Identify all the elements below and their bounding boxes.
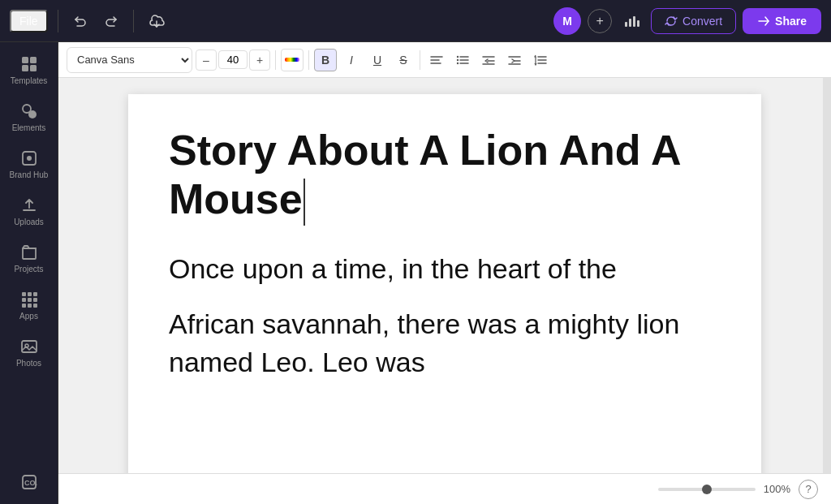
photos-label: Photos [16, 359, 41, 368]
sidebar-item-apps[interactable]: Apps [3, 284, 55, 328]
outdent-button[interactable] [477, 49, 500, 71]
bottom-bar: 100% ? [58, 473, 831, 504]
line-spacing-button[interactable] [529, 49, 552, 71]
zoom-level-label: 100% [764, 483, 790, 495]
add-collaborator-button[interactable]: + [588, 9, 612, 33]
cloud-icon [149, 14, 165, 28]
file-menu-button[interactable]: File [10, 10, 48, 32]
toolbar-divider-1 [275, 50, 276, 70]
share-icon [757, 15, 770, 28]
top-bar: File M + [0, 0, 831, 42]
redo-button[interactable] [99, 9, 123, 33]
convert-button[interactable]: Convert [651, 8, 736, 34]
outdent-icon [482, 54, 495, 67]
svg-rect-22 [22, 341, 37, 352]
svg-text:CO.: CO. [24, 479, 37, 487]
svg-rect-8 [30, 65, 37, 71]
templates-label: Templates [11, 76, 48, 86]
brand-hub-label: Brand Hub [10, 170, 49, 180]
svg-rect-1 [625, 22, 627, 27]
font-size-input[interactable] [218, 50, 248, 69]
svg-rect-15 [33, 292, 37, 296]
svg-point-10 [28, 110, 37, 118]
sidebar-item-templates[interactable]: Templates [3, 49, 55, 93]
align-left-icon [430, 54, 443, 67]
line-spacing-icon [534, 54, 547, 67]
projects-label: Projects [14, 265, 43, 274]
svg-rect-17 [28, 298, 32, 302]
bullet-list-button[interactable] [451, 49, 474, 71]
sidebar-item-photos[interactable]: Photos [3, 331, 55, 375]
italic-button[interactable]: I [340, 49, 363, 71]
main-layout: Templates Elements Brand Hub [0, 42, 831, 504]
undo-button[interactable] [68, 9, 93, 33]
sidebar-item-elements[interactable]: Elements [3, 96, 55, 140]
svg-rect-6 [30, 57, 37, 63]
cloud-sync-button[interactable] [144, 9, 170, 33]
svg-rect-21 [33, 304, 37, 308]
strikethrough-button[interactable]: S [392, 49, 415, 71]
uploads-label: Uploads [14, 218, 44, 227]
photos-icon [20, 338, 38, 355]
sidebar-item-projects[interactable]: Projects [3, 237, 55, 281]
svg-point-33 [457, 62, 459, 63]
svg-rect-7 [22, 65, 28, 71]
vertical-scrollbar[interactable] [823, 78, 831, 473]
align-left-button[interactable] [425, 49, 448, 71]
font-size-control: – + [196, 50, 270, 71]
svg-rect-13 [22, 292, 26, 296]
divider-1 [58, 10, 58, 32]
bullet-list-icon [456, 54, 469, 67]
user-avatar-button[interactable]: M [553, 7, 581, 35]
help-button[interactable]: ? [799, 480, 818, 499]
convert-icon [665, 15, 678, 28]
svg-point-31 [457, 58, 459, 60]
brand-hub-icon [20, 149, 38, 167]
paragraph-1: Once upon a time, in the heart of the [169, 250, 721, 289]
document-title[interactable]: Story About A Lion And A Mouse [169, 127, 721, 226]
zoom-thumb[interactable] [702, 485, 712, 494]
uploads-icon [20, 196, 38, 214]
svg-rect-4 [637, 20, 639, 27]
stats-button[interactable] [618, 9, 644, 33]
canvas-wrapper[interactable]: Story About A Lion And A Mouse Once upon… [58, 78, 831, 473]
font-family-select[interactable]: Canva Sans Arial Times New Roman [67, 47, 192, 73]
indent-icon [508, 54, 521, 67]
document-body[interactable]: Once upon a time, in the heart of the Af… [169, 250, 721, 382]
undo-icon [73, 14, 88, 28]
svg-rect-20 [28, 304, 32, 308]
apps-label: Apps [19, 312, 38, 321]
paragraph-2: African savannah, there was a mighty lio… [169, 305, 721, 382]
zoom-slider[interactable] [658, 488, 756, 491]
share-button[interactable]: Share [743, 8, 821, 34]
share-label: Share [775, 15, 807, 28]
font-size-increase-button[interactable]: + [249, 50, 270, 71]
underline-button[interactable]: U [366, 49, 389, 71]
divider-2 [133, 10, 134, 32]
toolbar-divider-2 [308, 50, 309, 70]
sidebar-item-uploads[interactable]: Uploads [3, 190, 55, 234]
apps-icon [20, 291, 38, 308]
canvas-page[interactable]: Story About A Lion And A Mouse Once upon… [128, 94, 761, 473]
brand-small-icon: CO. [20, 473, 38, 491]
svg-rect-14 [28, 292, 32, 296]
font-size-decrease-button[interactable]: – [196, 50, 217, 71]
sidebar-item-brand-hub[interactable]: Brand Hub [3, 143, 55, 187]
text-color-button[interactable] [281, 49, 304, 71]
svg-point-29 [457, 55, 459, 57]
svg-rect-3 [633, 16, 635, 27]
toolbar-divider-3 [420, 50, 420, 70]
svg-rect-19 [22, 304, 26, 308]
svg-rect-2 [629, 19, 631, 27]
content-area: Canva Sans Arial Times New Roman – + B I… [58, 42, 831, 504]
sidebar-item-brand-small[interactable]: CO. [3, 467, 55, 498]
convert-label: Convert [682, 15, 722, 28]
redo-icon [104, 14, 118, 28]
sidebar: Templates Elements Brand Hub [0, 42, 58, 504]
formatting-toolbar: Canva Sans Arial Times New Roman – + B I… [58, 42, 831, 78]
bold-button[interactable]: B [314, 49, 337, 71]
templates-icon [20, 55, 38, 73]
stats-icon [623, 14, 639, 28]
indent-button[interactable] [503, 49, 526, 71]
svg-rect-16 [22, 298, 26, 302]
